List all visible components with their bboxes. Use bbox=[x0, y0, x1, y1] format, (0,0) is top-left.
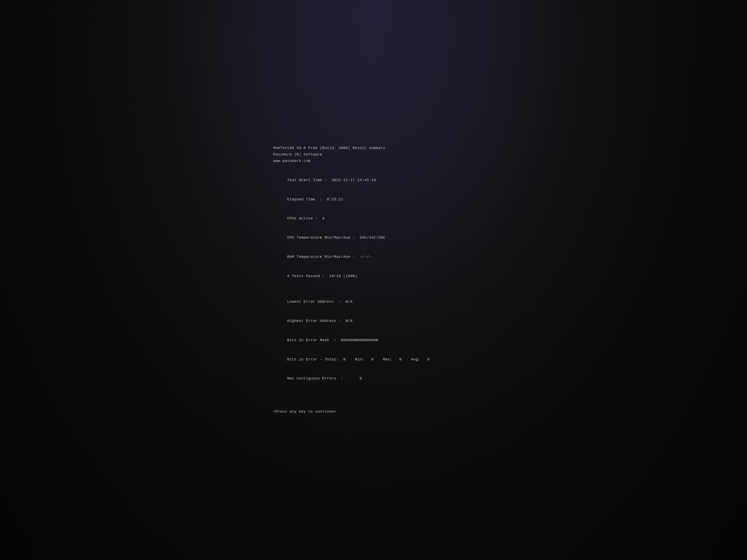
screen: MemTest86 V9.0 Free (Build: 2000) Result… bbox=[0, 0, 747, 560]
tests-passed-value: 19/19 (100%) bbox=[329, 274, 357, 278]
test-start-time-label: Test Start Time bbox=[287, 178, 322, 182]
test-start-time-value: 2022-12-17 14:45:19 bbox=[332, 178, 376, 182]
elapsed-time: Elapsed Time : 0:23:11 bbox=[273, 190, 474, 209]
bits-error-mask-sep: : bbox=[329, 338, 341, 342]
bits-error-max-value: 0 bbox=[399, 357, 402, 362]
tests-passed-sep: : bbox=[320, 274, 329, 278]
header-line2: PassMark (R) Software bbox=[273, 152, 474, 158]
bits-error-total-line: Bits in Error - Total: 0 Min: 0 Max: 0 A… bbox=[273, 350, 474, 369]
ram-temp-label: RAM Temperature Min/Max/Ave bbox=[287, 255, 350, 259]
bits-error-avg-value: 0 bbox=[427, 357, 430, 362]
cpus-active-value: 4 bbox=[322, 216, 325, 221]
lowest-error-sep: : bbox=[334, 300, 346, 304]
lowest-error-label: Lowest Error Address bbox=[287, 300, 334, 304]
spacer1 bbox=[273, 164, 474, 170]
highest-error-label: Highest Error Address bbox=[287, 319, 336, 323]
max-contiguous-label: Max Contiguous Errors bbox=[287, 376, 336, 381]
max-contiguous-sep: : bbox=[336, 376, 360, 381]
highest-error: Highest Error Address : N/A bbox=[273, 312, 474, 331]
tests-passed-label: # Tests Passed bbox=[287, 274, 320, 278]
press-any-key[interactable]: <Press any key to continue> bbox=[273, 408, 474, 415]
highest-error-sep: : bbox=[336, 319, 346, 323]
tests-passed: # Tests Passed : 19/19 (100%) bbox=[273, 267, 474, 286]
ram-temp-value: -/-/- bbox=[360, 255, 371, 259]
highest_error_value: N/A bbox=[346, 319, 353, 323]
cpu-temp: CPU Temperature Min/Max/Ave : 34C/44C/38… bbox=[273, 228, 474, 247]
spacer2 bbox=[273, 286, 474, 292]
elapsed-time-value: 0:23:11 bbox=[327, 197, 343, 202]
bits-error-avg-label: Avg: bbox=[411, 357, 420, 362]
cpus-active: CPUs Active : 4 bbox=[273, 209, 474, 228]
spacer4 bbox=[273, 395, 474, 401]
elapsed-time-sep: : bbox=[315, 197, 327, 202]
bits-error-min-value: 0 bbox=[371, 357, 374, 362]
lowest-error: Lowest Error Address : N/A bbox=[273, 292, 474, 312]
ram-temp-sep: : bbox=[350, 255, 360, 259]
bits-error-mask-value: 0000000000000000 bbox=[341, 338, 378, 342]
test-start-time: Test Start Time : 2022-12-17 14:45:19 bbox=[273, 170, 474, 190]
cpu-temp-sep: : bbox=[350, 236, 360, 240]
bits-error-total-value: 0 bbox=[343, 357, 345, 362]
bits-error-mask-label: Bits in Error Mask bbox=[287, 338, 329, 342]
terminal-output: MemTest86 V9.0 Free (Build: 2000) Result… bbox=[261, 137, 486, 423]
spacer3 bbox=[273, 388, 474, 395]
cpus-active-sep: : bbox=[313, 216, 322, 221]
bits-error-total-label: Bits in Error - Total: bbox=[287, 357, 338, 362]
cpu-temp-value: 34C/44C/38C bbox=[360, 236, 385, 240]
bits-error-mask: Bits in Error Mask : 0000000000000000 bbox=[273, 330, 474, 350]
cpus-active-label: CPUs Active bbox=[287, 216, 313, 221]
test-start-time-sep: : bbox=[322, 178, 332, 182]
elapsed-time-label: Elapsed Time bbox=[287, 197, 315, 202]
header-line1: MemTest86 V9.0 Free (Build: 2000) Result… bbox=[273, 145, 474, 151]
bits-error-min-label: Min: bbox=[355, 357, 364, 362]
header-line3: www.passmark.com bbox=[273, 158, 474, 164]
max-contiguous: Max Contiguous Errors : 0 bbox=[273, 369, 474, 388]
lowest-error-value: N/A bbox=[346, 300, 353, 304]
max-contiguous-value: 0 bbox=[360, 376, 362, 381]
cpu-temp-label: CPU Temperature Min/Max/Ave bbox=[287, 236, 350, 240]
ram-temp: RAM Temperature Min/Max/Ave : -/-/- bbox=[273, 247, 474, 267]
bits-error-max-label: Max: bbox=[383, 357, 392, 362]
